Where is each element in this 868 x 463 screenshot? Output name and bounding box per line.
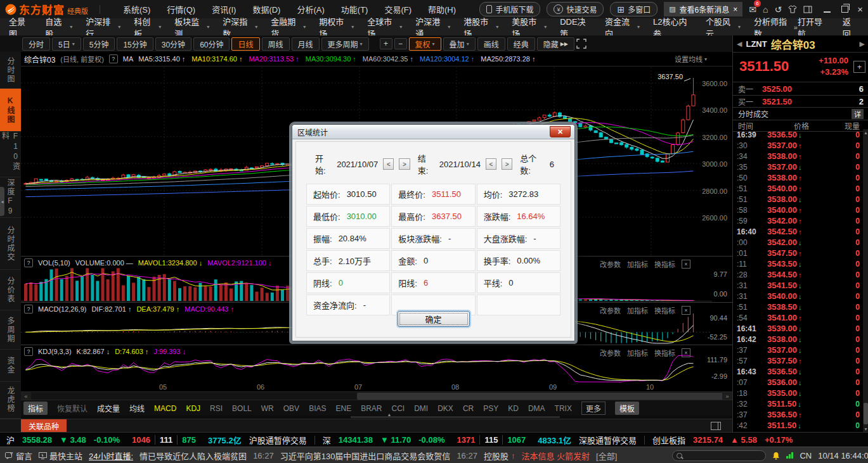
change-params-button[interactable]: 改参数 xyxy=(600,348,621,358)
prev-instrument-icon[interactable]: ◀ xyxy=(737,40,742,48)
indicator-tab[interactable]: KD xyxy=(508,404,519,413)
period-button[interactable]: 更多周期▾ xyxy=(321,37,369,51)
indicator-tab[interactable]: MACD xyxy=(154,404,176,413)
change-params-button[interactable]: 改参数 xyxy=(600,259,621,269)
indicator-tab[interactable]: DMA xyxy=(528,404,545,413)
indicator-tab[interactable]: BIAS xyxy=(309,404,326,413)
period-button[interactable]: 月线 xyxy=(292,37,320,51)
scrollbar-thumb[interactable] xyxy=(864,403,868,424)
tool-button[interactable]: 叠加▾ xyxy=(443,37,476,51)
help-icon[interactable]: ? xyxy=(109,54,118,63)
sidebar-item[interactable]: 多周期 xyxy=(0,310,21,350)
news-headline[interactable]: 情已导致近亿人陷入极端贫困 xyxy=(139,450,247,462)
news-headline[interactable]: 习近平向第130届中国进出口商品交易会致贺信 xyxy=(280,450,451,462)
menubar-item[interactable]: 帮助(H) xyxy=(428,3,456,15)
grip-icon[interactable]: ▲ xyxy=(373,412,405,417)
tool-button[interactable]: 经典 xyxy=(507,37,535,51)
indicator-tab[interactable]: 成交量 xyxy=(97,403,120,414)
indicator-tab[interactable]: OBV xyxy=(283,404,299,413)
indicator-tab[interactable]: 均线 xyxy=(129,403,145,414)
trade-list[interactable]: 16:393536.50↓0:303537.00↑0:343538.00↑0:3… xyxy=(733,129,868,432)
help-icon[interactable]: ? xyxy=(24,347,33,356)
menubar-item[interactable]: 分析(A) xyxy=(297,3,324,15)
indicator-tab[interactable]: BOLL xyxy=(232,404,252,413)
indicator-tab[interactable]: PSY xyxy=(483,404,498,413)
tool-button[interactable]: 隐藏▶▶ xyxy=(537,37,574,51)
scrollbar-thumb[interactable] xyxy=(357,393,723,400)
close-pane-icon[interactable]: × xyxy=(682,306,690,315)
period-button[interactable]: 周线 xyxy=(262,37,290,51)
tab-related-instruments[interactable]: 关联品种 xyxy=(21,419,67,433)
indicator-tab[interactable]: BRAR xyxy=(361,404,382,413)
live-stream-link[interactable]: 24小时直播: xyxy=(89,450,133,462)
indicator-tab[interactable]: 模板 xyxy=(615,402,639,415)
period-button[interactable]: 15分钟 xyxy=(117,37,153,51)
fullscreen-icon[interactable] xyxy=(576,39,586,49)
all-scope-link[interactable]: [全部] xyxy=(596,450,617,462)
news-ticker[interactable]: 控股股 xyxy=(484,450,508,462)
add-indicator-button[interactable]: 加指标 xyxy=(627,305,648,315)
ok-button[interactable]: 确定 xyxy=(398,311,470,327)
close-button[interactable]: × xyxy=(857,4,863,14)
sidebar-item[interactable]: 龙虎榜 xyxy=(0,382,21,419)
add-indicator-button[interactable]: 加指标 xyxy=(627,348,648,358)
sidebar-item[interactable]: K线图 xyxy=(0,89,21,132)
switch-indicator-button[interactable]: 换指标 xyxy=(654,259,675,269)
panel-layout-icon[interactable] xyxy=(711,422,721,430)
end-prev-button[interactable]: < xyxy=(486,158,496,170)
period-button[interactable]: 60分钟 xyxy=(193,37,230,51)
search-input[interactable] xyxy=(672,450,766,461)
sidebar-item[interactable]: F10资料 xyxy=(0,132,21,177)
panels-icon[interactable] xyxy=(803,6,812,13)
dialog-close-button[interactable]: ✕ xyxy=(550,126,571,137)
switch-indicator-button[interactable]: 换指标 xyxy=(654,348,675,358)
menubar-item[interactable]: 系统(S) xyxy=(123,3,150,15)
sidebar-item[interactable]: 分时图 xyxy=(0,52,21,89)
indicator-tab[interactable]: KDJ xyxy=(186,404,200,413)
start-prev-button[interactable]: < xyxy=(383,158,394,170)
indicator-tab[interactable]: DKX xyxy=(437,404,453,413)
help-icon[interactable]: ? xyxy=(24,305,33,314)
menubar-item[interactable]: 交易(F) xyxy=(384,3,411,15)
sidebar-item[interactable]: 分价表 xyxy=(0,270,21,310)
tool-button[interactable]: 画线 xyxy=(477,37,505,51)
start-next-button[interactable]: > xyxy=(399,158,410,170)
restore-button[interactable] xyxy=(841,6,848,13)
skin-icon[interactable] xyxy=(788,5,797,13)
period-button[interactable]: 分时 xyxy=(22,37,50,51)
sidebar-item[interactable]: 资金 xyxy=(0,350,21,381)
indicator-tab[interactable]: DMI xyxy=(414,404,428,413)
add-to-watchlist-button[interactable]: + xyxy=(853,61,865,73)
indicator-tab[interactable]: ENE xyxy=(335,404,351,413)
indicator-tab[interactable]: 恢复默认 xyxy=(57,403,87,414)
indicator-tab[interactable]: WR xyxy=(261,404,274,413)
sz-label[interactable]: 深 xyxy=(323,434,331,446)
sidebar-item[interactable]: 分时成交 xyxy=(0,218,21,270)
hot-topics[interactable]: 法本信息 火箭发射 xyxy=(521,450,590,462)
indicator-tab[interactable]: TRIX xyxy=(555,404,572,413)
dialog-titlebar[interactable]: 区域统计 ✕ xyxy=(292,125,574,139)
zoom-out-button[interactable]: − xyxy=(394,38,407,49)
indicator-tab[interactable]: CCI xyxy=(392,404,405,413)
undo-icon[interactable]: ↺ xyxy=(775,5,782,14)
trade-list-scrollbar[interactable]: ▲ ▼ xyxy=(863,129,868,432)
close-pane-icon[interactable]: × xyxy=(682,260,690,269)
period-button[interactable]: 日线 xyxy=(231,37,259,51)
end-next-button[interactable]: > xyxy=(502,158,512,170)
indicator-tab[interactable]: 更多 xyxy=(581,402,606,415)
cyb-label[interactable]: 创业板指 xyxy=(652,434,685,446)
period-button[interactable]: 5日▾ xyxy=(52,37,81,51)
change-params-button[interactable]: 改参数 xyxy=(600,305,621,315)
language-label[interactable]: CN xyxy=(800,451,812,460)
indicator-tab[interactable]: RSI xyxy=(210,404,223,413)
mail-button[interactable]: ✉ 6 xyxy=(749,4,756,15)
bell-icon[interactable] xyxy=(772,452,780,460)
indicator-tab[interactable]: 指标 xyxy=(23,402,48,415)
minimize-button[interactable] xyxy=(824,6,831,13)
help-icon[interactable]: ? xyxy=(24,258,33,267)
indicator-tab[interactable]: CR xyxy=(463,404,474,413)
menubar-item[interactable]: 行情(Q) xyxy=(167,3,195,15)
detail-button[interactable]: 详 xyxy=(852,109,864,119)
home-icon[interactable]: ⌂ xyxy=(763,5,768,14)
sh-label[interactable]: 沪 xyxy=(6,434,15,446)
